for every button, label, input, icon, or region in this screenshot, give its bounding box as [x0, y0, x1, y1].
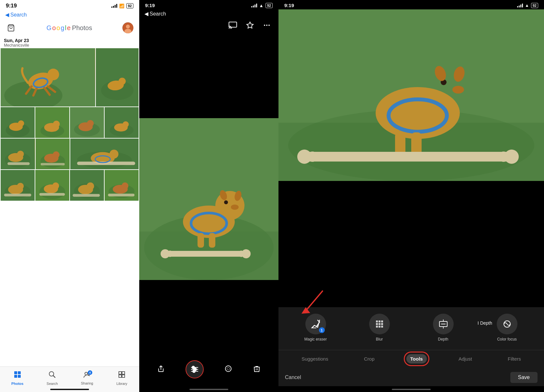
battery-indicator: 92	[126, 3, 133, 8]
logo-e: e	[67, 24, 71, 32]
grid-cell[interactable]	[1, 139, 35, 169]
sharing-nav-label: Sharing	[81, 381, 93, 385]
shop-icon[interactable]	[6, 23, 16, 33]
tool-magic-eraser[interactable]: 1 Magic eraser	[284, 314, 347, 342]
slider-thumb-3	[192, 370, 196, 373]
edit-photo-area	[278, 9, 544, 307]
tab-adjust[interactable]: Adjust	[455, 354, 476, 364]
grid-row-4	[1, 170, 139, 201]
tool-color-focus[interactable]: Color focus	[475, 314, 539, 342]
edit-action-row: Cancel Save	[278, 367, 544, 386]
magic-eraser-btn[interactable]: 1	[305, 314, 326, 334]
svg-point-66	[122, 183, 129, 189]
tool-depth[interactable]: Depth	[411, 314, 475, 342]
cast-icon[interactable]	[229, 22, 237, 30]
grid-cell[interactable]	[35, 107, 69, 138]
grid-cell[interactable]	[1, 107, 35, 138]
svg-point-101	[238, 251, 244, 257]
nav-item-sharing[interactable]: 4 Sharing	[70, 371, 105, 385]
save-button[interactable]: Save	[510, 372, 538, 383]
svg-point-82	[264, 25, 265, 26]
tab-tools[interactable]: Tools	[406, 354, 427, 364]
star-icon[interactable]	[246, 21, 254, 30]
grid-cell[interactable]	[96, 48, 139, 106]
svg-rect-67	[108, 194, 135, 196]
delete-icon[interactable]	[253, 365, 260, 374]
home-indicator-2	[189, 389, 228, 390]
grid-cell[interactable]	[1, 48, 95, 106]
svg-rect-57	[40, 193, 65, 196]
svg-point-23	[53, 121, 60, 128]
blur-icon	[376, 320, 383, 328]
lens-icon[interactable]	[224, 365, 232, 374]
edit-button[interactable]	[186, 360, 204, 378]
status-indicators-1: 📶 92	[111, 3, 133, 8]
tab-crop[interactable]: Crop	[360, 354, 379, 364]
edit-photo-svg	[278, 9, 544, 181]
grid-cell[interactable]	[105, 170, 139, 201]
depth-btn[interactable]	[433, 314, 454, 334]
color-focus-btn[interactable]	[497, 314, 517, 334]
svg-point-56	[52, 183, 59, 189]
viewer-back-nav[interactable]: ◀ Search	[139, 9, 278, 19]
grid-cell[interactable]	[70, 107, 104, 138]
magic-eraser-badge: 1	[319, 327, 325, 333]
svg-point-15	[119, 78, 126, 85]
svg-point-45	[109, 150, 118, 158]
svg-rect-71	[18, 375, 21, 378]
svg-rect-116	[395, 132, 405, 155]
viewer-signal	[251, 4, 257, 7]
tab-suggestions[interactable]: Suggestions	[298, 354, 332, 364]
tab-filters[interactable]: Filters	[504, 354, 525, 364]
grid-cell[interactable]	[70, 139, 139, 169]
grid-cell[interactable]	[1, 170, 35, 201]
grid-cell[interactable]	[36, 139, 70, 169]
svg-rect-62	[73, 194, 100, 196]
search-icon	[48, 371, 56, 380]
black-bottom	[139, 339, 278, 355]
viewer-bottom-bar	[139, 355, 278, 386]
svg-rect-97	[165, 251, 246, 257]
logo-l: l	[65, 24, 66, 32]
grid-cell[interactable]	[70, 170, 104, 201]
svg-rect-95	[198, 233, 204, 248]
tool-blur[interactable]: Blur	[347, 314, 411, 342]
share-icon[interactable]	[157, 365, 164, 374]
magic-eraser-label: Magic eraser	[304, 337, 327, 342]
viewer-toolbar	[139, 19, 278, 33]
svg-point-91	[224, 200, 228, 204]
cancel-button[interactable]: Cancel	[285, 375, 301, 380]
blur-btn[interactable]	[369, 314, 390, 334]
home-indicator-3	[392, 389, 431, 390]
grid-cell[interactable]	[35, 170, 69, 201]
bottom-nav: Photos Search 4 Sharing	[0, 366, 139, 392]
viewer-time: 9:19	[145, 3, 155, 8]
panel-google-photos: 9:19 📶 92 ◀ Search Google	[0, 0, 139, 392]
svg-point-6	[48, 69, 59, 80]
svg-point-120	[307, 151, 318, 162]
svg-point-83	[266, 25, 267, 26]
black-top	[139, 33, 278, 59]
svg-point-103	[227, 367, 230, 370]
back-nav-1[interactable]: ◀ Search	[0, 10, 139, 20]
depth-icon	[438, 319, 448, 329]
grid-row-1	[1, 48, 139, 106]
back-label-1: Search	[10, 12, 27, 18]
svg-point-81	[229, 28, 229, 29]
logo-photos: Photos	[72, 24, 92, 32]
status-bar-1: 9:19 📶 92	[0, 0, 139, 10]
user-avatar[interactable]	[122, 22, 133, 33]
svg-rect-96	[209, 233, 215, 248]
svg-point-35	[17, 151, 24, 157]
nav-item-search[interactable]: Search	[35, 371, 70, 386]
nav-item-photos[interactable]: Photos	[0, 371, 35, 386]
logo-g: G	[47, 24, 52, 32]
viewer-back-icon: ◀	[144, 11, 148, 17]
grid-cell[interactable]	[105, 107, 139, 138]
logo-g2: g	[61, 24, 64, 32]
nav-item-library[interactable]: Library	[105, 371, 140, 386]
more-icon[interactable]	[263, 21, 271, 30]
edit-status-bar: 9:19 ▲ 92	[278, 0, 544, 9]
svg-rect-79	[122, 375, 125, 377]
svg-rect-68	[14, 371, 17, 374]
